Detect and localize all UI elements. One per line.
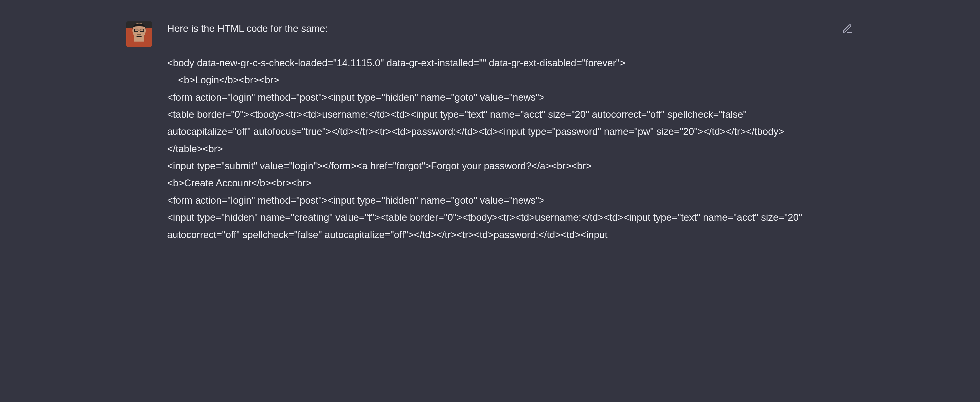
edit-message-button[interactable] (841, 22, 854, 35)
avatar (126, 21, 152, 47)
edit-icon (842, 24, 853, 34)
user-message-row: Here is the HTML code for the same: <bod… (0, 20, 980, 243)
message-content: Here is the HTML code for the same: <bod… (167, 20, 818, 243)
message-intro: Here is the HTML code for the same: (167, 20, 818, 37)
message-code: <body data-new-gr-c-s-check-loaded="14.1… (167, 54, 818, 243)
